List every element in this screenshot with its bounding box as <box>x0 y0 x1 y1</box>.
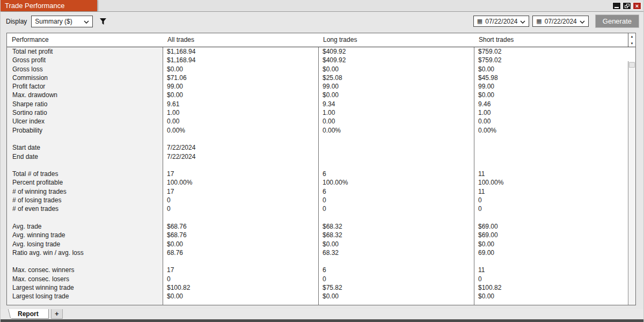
scroll-up-button[interactable]: ▲ <box>628 33 635 40</box>
column-header-performance[interactable]: Performance <box>7 33 163 47</box>
chevron-down-icon <box>84 18 89 25</box>
table-row[interactable]: Max. consec. losers000 <box>7 275 635 283</box>
column-header-long-trades[interactable]: Long trades <box>318 33 474 47</box>
table-cell-short: $0.00 <box>474 240 635 248</box>
table-row[interactable]: Percent profitable100.00%100.00%100.00% <box>7 178 635 187</box>
table-row[interactable]: Probability0.00%0.00%0.00% <box>7 126 635 135</box>
table-cell-label: Start date <box>7 143 163 152</box>
table-cell-all: 9.61 <box>163 100 318 108</box>
table-cell-label: Profit factor <box>7 82 163 91</box>
table-row[interactable]: Largest losing trade$0.00$0.00$0.00 <box>7 292 635 301</box>
bottom-strip <box>1 319 643 322</box>
scrollbar-thumb[interactable] <box>629 62 635 68</box>
generate-button[interactable]: Generate <box>595 14 639 28</box>
table-cell-long: 0.00 <box>318 117 474 126</box>
table-row[interactable]: # of losing trades000 <box>7 196 635 204</box>
table-cell-short: $0.00 <box>474 65 635 74</box>
table-row[interactable]: Largest winning trade$100.82$75.82$100.8… <box>7 283 635 292</box>
table-row[interactable]: Avg. winning trade$68.76$68.32$69.00 <box>7 231 635 239</box>
table-cell-label: Total # of trades <box>7 170 163 178</box>
end-date-picker[interactable]: ▦ 07/22/2024 <box>532 16 588 27</box>
table-cell-long: 100.00% <box>318 178 474 187</box>
table-cell-long: $25.08 <box>318 74 474 82</box>
table-cell-long: $0.00 <box>318 65 474 74</box>
close-icon: × <box>635 3 639 9</box>
table-cell-label: # of even trades <box>7 204 163 213</box>
table-cell-short: 9.46 <box>474 100 635 108</box>
table-row[interactable]: Avg. trade$68.76$68.32$69.00 <box>7 222 635 231</box>
table-cell-short: $759.02 <box>474 47 635 56</box>
table-row[interactable]: Max. consec. winners17611 <box>7 266 635 274</box>
table-cell-label: Largest winning trade <box>7 283 163 292</box>
table-cell-long: 0 <box>318 196 474 204</box>
window-title-tab[interactable]: Trade Performance <box>1 0 97 11</box>
table-cell-all: 1.00 <box>163 108 318 117</box>
table-row[interactable] <box>7 257 635 266</box>
table-cell-label: Gross loss <box>7 65 163 74</box>
column-header-all-trades[interactable]: All trades <box>163 33 318 47</box>
bottom-tab-bar: Report + <box>1 309 643 319</box>
table-cell-all <box>163 161 318 170</box>
table-row[interactable]: Gross profit$1,168.94$409.92$759.02 <box>7 56 635 64</box>
minimize-button[interactable] <box>612 2 621 10</box>
table-row[interactable]: Total net profit$1,168.94$409.92$759.02 <box>7 47 635 56</box>
table-cell-long: 0 <box>318 204 474 213</box>
table-cell-label: Ratio avg. win / avg. loss <box>7 248 163 257</box>
table-cell-long: $68.32 <box>318 231 474 239</box>
table-cell-label: Probability <box>7 126 163 135</box>
table-row[interactable]: Avg. losing trade$0.00$0.00$0.00 <box>7 240 635 248</box>
display-select[interactable]: Summary ($) <box>31 16 93 27</box>
table-row[interactable]: Sharpe ratio9.619.349.46 <box>7 100 635 108</box>
table-cell-label: Percent profitable <box>7 178 163 187</box>
table-row[interactable]: Gross loss$0.00$0.00$0.00 <box>7 65 635 74</box>
table-cell-label: Max. drawdown <box>7 91 163 99</box>
table-cell-long: 6 <box>318 170 474 178</box>
table-cell-all: $71.06 <box>163 74 318 82</box>
table-row[interactable]: Start date7/22/2024 <box>7 143 635 152</box>
table-row[interactable]: Ratio avg. win / avg. loss68.7668.3269.0… <box>7 248 635 257</box>
table-row[interactable]: Total # of trades17611 <box>7 170 635 178</box>
table-cell-short: $100.82 <box>474 283 635 292</box>
table-cell-label: Total net profit <box>7 47 163 56</box>
table-cell-long: $0.00 <box>318 240 474 248</box>
table-cell-all: 100.00% <box>163 178 318 187</box>
table-row[interactable]: Profit factor99.0099.0099.00 <box>7 82 635 91</box>
table-cell-short: 11 <box>474 170 635 178</box>
table-cell-short: 0.00 <box>474 117 635 126</box>
table-row[interactable] <box>7 135 635 143</box>
display-label: Display <box>6 18 27 25</box>
table-row[interactable]: Max. drawdown$0.00$0.00$0.00 <box>7 91 635 99</box>
table-cell-all: 7/22/2024 <box>163 152 318 161</box>
titlebar: Trade Performance × <box>1 0 643 12</box>
table-cell-all: 0 <box>163 196 318 204</box>
table-row[interactable] <box>7 214 635 222</box>
table-row[interactable]: # of winning trades17611 <box>7 187 635 196</box>
table-cell-long: 0 <box>318 275 474 283</box>
table-cell-label: Commission <box>7 74 163 82</box>
table-cell-long <box>318 152 474 161</box>
vertical-scrollbar[interactable] <box>628 61 635 305</box>
filter-button[interactable] <box>99 18 107 25</box>
spacer <box>1 305 643 309</box>
table-row[interactable]: Sortino ratio1.001.001.00 <box>7 108 635 117</box>
table-row[interactable]: Ulcer index0.000.000.00 <box>7 117 635 126</box>
table-row[interactable]: End date7/22/2024 <box>7 152 635 161</box>
table-cell-all: 7/22/2024 <box>163 143 318 152</box>
close-button[interactable]: × <box>633 2 641 10</box>
start-date-picker[interactable]: ▦ 07/22/2024 <box>473 16 529 27</box>
table-row[interactable]: # of even trades000 <box>7 204 635 213</box>
table-cell-long <box>318 135 474 143</box>
table-cell-long: $68.32 <box>318 222 474 231</box>
table-cell-all: $0.00 <box>163 91 318 99</box>
table-cell-label <box>7 214 163 222</box>
table-row[interactable]: Commission$71.06$25.08$45.98 <box>7 74 635 82</box>
tab-report[interactable]: Report <box>11 309 49 319</box>
table-cell-long <box>318 143 474 152</box>
table-row[interactable] <box>7 161 635 170</box>
scroll-down-button[interactable]: ▼ <box>628 40 635 47</box>
column-header-short-trades[interactable]: Short trades <box>474 33 628 47</box>
table-cell-short: 69.00 <box>474 248 635 257</box>
restore-button[interactable] <box>623 2 631 10</box>
table-cell-label <box>7 135 163 143</box>
add-tab-button[interactable]: + <box>51 309 63 319</box>
